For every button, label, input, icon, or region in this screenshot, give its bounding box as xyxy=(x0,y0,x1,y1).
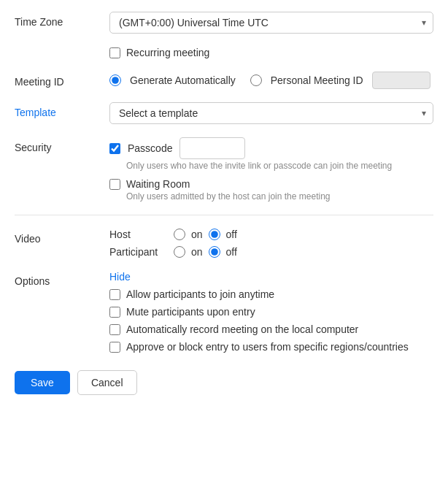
option-regions-label: Approve or block entry to users from spe… xyxy=(126,341,409,353)
video-row: Video Host on off Participant on off xyxy=(15,229,433,258)
save-button[interactable]: Save xyxy=(15,371,70,394)
template-row: Template Select a template ▾ xyxy=(15,102,433,124)
host-video-row: Host on off xyxy=(109,229,433,240)
participant-on-radio[interactable] xyxy=(174,246,185,258)
host-on-label: on xyxy=(191,229,203,240)
template-select[interactable]: Select a template xyxy=(109,102,433,124)
recurring-checkbox-row: Recurring meeting xyxy=(109,47,433,58)
options-hide-link[interactable]: Hide xyxy=(109,271,433,283)
cancel-button[interactable]: Cancel xyxy=(77,370,137,395)
security-label: Security xyxy=(15,137,109,153)
meeting-id-content: Generate Automatically Personal Meeting … xyxy=(109,72,433,89)
waiting-room-hint: Only users admitted by the host can join… xyxy=(126,191,433,202)
meeting-id-row: Meeting ID Generate Automatically Person… xyxy=(15,72,433,89)
passcode-section: Passcode Only users who have the invite … xyxy=(109,137,433,171)
passcode-input[interactable] xyxy=(179,137,245,159)
waiting-room-label: Waiting Room xyxy=(126,178,190,190)
generate-auto-label: Generate Automatically xyxy=(130,74,236,86)
template-content: Select a template ▾ xyxy=(109,102,433,124)
timezone-content: (GMT+0:00) Universal Time UTC ▾ xyxy=(109,12,433,34)
recurring-content: Recurring meeting xyxy=(109,47,433,58)
recurring-label-spacer xyxy=(15,47,109,51)
options-label: Options xyxy=(15,271,109,287)
video-label: Video xyxy=(15,229,109,245)
meeting-id-options: Generate Automatically Personal Meeting … xyxy=(109,72,433,89)
participant-video-row: Participant on off xyxy=(109,246,433,258)
option-join-anytime-row: Allow participants to join anytime xyxy=(109,288,433,300)
host-on-radio[interactable] xyxy=(174,229,185,240)
host-off-label: off xyxy=(226,229,237,240)
host-label: Host xyxy=(109,229,168,240)
personal-id-radio[interactable] xyxy=(250,74,262,86)
template-select-wrapper: Select a template ▾ xyxy=(109,102,433,124)
template-label: Template xyxy=(15,102,109,118)
passcode-row: Passcode xyxy=(109,137,433,159)
option-record-label: Automatically record meeting on the loca… xyxy=(126,323,358,335)
timezone-select[interactable]: (GMT+0:00) Universal Time UTC xyxy=(109,12,433,34)
option-regions-checkbox[interactable] xyxy=(109,342,120,353)
personal-id-label: Personal Meeting ID xyxy=(271,74,363,86)
option-record-row: Automatically record meeting on the loca… xyxy=(109,323,433,335)
video-content: Host on off Participant on off xyxy=(109,229,433,258)
waiting-room-checkbox[interactable] xyxy=(109,179,120,190)
security-row: Security Passcode Only users who have th… xyxy=(15,137,433,202)
option-record-checkbox[interactable] xyxy=(109,324,120,335)
generate-auto-radio[interactable] xyxy=(109,74,121,86)
recurring-checkbox[interactable] xyxy=(109,47,120,58)
timezone-label: Time Zone xyxy=(15,12,109,28)
timezone-select-wrapper: (GMT+0:00) Universal Time UTC ▾ xyxy=(109,12,433,34)
option-mute-label: Mute participants upon entry xyxy=(126,306,255,318)
participant-on-label: on xyxy=(191,246,203,258)
security-content: Passcode Only users who have the invite … xyxy=(109,137,433,202)
personal-id-field xyxy=(372,72,430,89)
passcode-hint: Only users who have the invite link or p… xyxy=(126,161,433,171)
participant-label: Participant xyxy=(109,246,168,258)
option-join-anytime-label: Allow participants to join anytime xyxy=(126,288,274,300)
button-row: Save Cancel xyxy=(15,370,433,395)
options-content: Hide Allow participants to join anytime … xyxy=(109,271,433,353)
waiting-room-row: Waiting Room xyxy=(109,178,433,190)
passcode-checkbox[interactable] xyxy=(109,143,120,154)
host-off-radio[interactable] xyxy=(209,229,220,240)
participant-off-radio[interactable] xyxy=(209,246,220,258)
passcode-label: Passcode xyxy=(128,142,172,154)
personal-id-group: Personal Meeting ID xyxy=(250,72,430,89)
timezone-row: Time Zone (GMT+0:00) Universal Time UTC … xyxy=(15,12,433,34)
section-divider xyxy=(15,215,433,215)
generate-auto-group: Generate Automatically xyxy=(109,74,236,86)
option-mute-checkbox[interactable] xyxy=(109,307,120,318)
meeting-id-label: Meeting ID xyxy=(15,72,109,88)
option-join-anytime-checkbox[interactable] xyxy=(109,289,120,300)
option-mute-row: Mute participants upon entry xyxy=(109,306,433,318)
recurring-checkbox-label: Recurring meeting xyxy=(126,47,209,58)
recurring-row: Recurring meeting xyxy=(15,47,433,58)
participant-off-label: off xyxy=(226,246,237,258)
option-regions-row: Approve or block entry to users from spe… xyxy=(109,341,433,353)
options-row: Options Hide Allow participants to join … xyxy=(15,271,433,353)
waiting-room-section: Waiting Room Only users admitted by the … xyxy=(109,178,433,202)
